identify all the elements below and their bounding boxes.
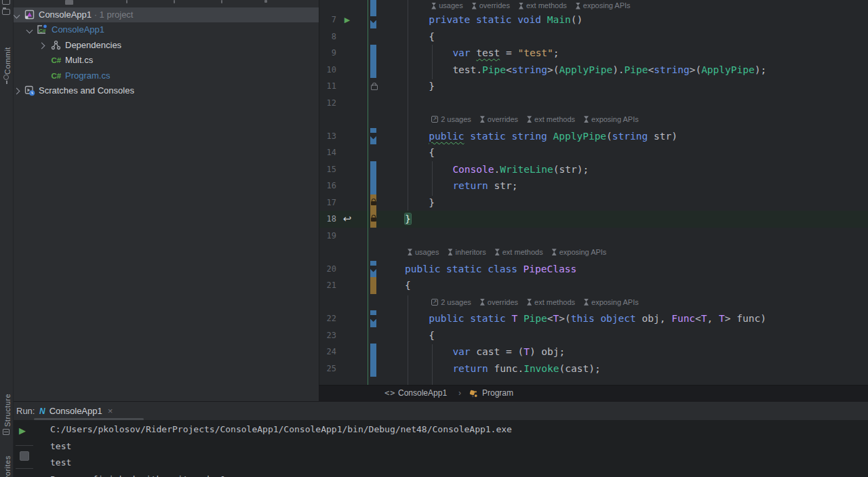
tool-window-commit[interactable]: Commit xyxy=(1,34,12,75)
project-tree-row-mult-cs[interactable]: C#Mult.cs xyxy=(13,53,319,68)
project-tree-row-program-cs[interactable]: C#Program.cs xyxy=(13,68,319,83)
code-line[interactable]: 8{ xyxy=(319,28,868,45)
toolbar-fragment-icon[interactable] xyxy=(264,0,267,3)
stop-button[interactable] xyxy=(20,451,29,461)
code-line[interactable]: 10test.Pipe<string>(ApplyPipe).Pipe<stri… xyxy=(319,62,868,79)
code-lens-item[interactable]: ext methods xyxy=(527,294,575,311)
console-output-line: test xyxy=(50,455,71,472)
code-lens-item[interactable]: ext methods xyxy=(495,244,543,261)
structure-icon[interactable] xyxy=(3,429,9,435)
code-lens-item[interactable]: ext methods xyxy=(527,111,575,128)
tree-item-label: Program.cs xyxy=(65,70,110,81)
code-editor[interactable]: usagesoverridesext methodsexposing APIs7… xyxy=(319,0,868,385)
line-number: 22 xyxy=(319,310,336,327)
breadcrumb-project[interactable]: ConsoleApp1 xyxy=(398,388,447,398)
code-line[interactable]: 16return str; xyxy=(319,178,868,194)
code-line[interactable]: 14{ xyxy=(319,144,868,161)
left-tool-stripe: Commit Structure Favorites xyxy=(0,0,14,477)
clipboard-icon[interactable] xyxy=(2,0,10,5)
code-line[interactable]: 11} xyxy=(319,78,868,95)
tool-window-favorites[interactable]: Favorites xyxy=(1,442,12,477)
code-line[interactable]: 13public static string ApplyPipe(string … xyxy=(319,128,868,145)
code-line[interactable]: 17} xyxy=(319,194,868,211)
close-icon[interactable]: × xyxy=(108,406,113,416)
code-line[interactable]: 25return func.Invoke(cast); xyxy=(319,360,868,377)
run-line-icon[interactable]: ▶ xyxy=(340,12,354,28)
code-lens-label: exposing APIs xyxy=(583,0,631,12)
undo-icon[interactable]: ↩ xyxy=(340,211,354,228)
tree-item-label: ConsoleApp1 · 1 project xyxy=(39,9,133,20)
code-line[interactable]: 21{ xyxy=(319,277,868,294)
code-lens-row: usagesoverridesext methodsexposing APIs xyxy=(319,0,868,12)
change-marker[interactable] xyxy=(370,62,376,79)
code-lens-item[interactable]: usages xyxy=(431,0,462,12)
toolbar-fragment-icon[interactable] xyxy=(126,0,127,3)
hourglass-icon xyxy=(527,116,532,123)
code-lens-label: usages xyxy=(415,244,439,261)
chevron-right-icon[interactable] xyxy=(39,42,45,49)
line-number: 11 xyxy=(319,78,336,95)
change-marker[interactable] xyxy=(370,277,376,294)
code-lens-item[interactable]: overrides xyxy=(472,0,510,12)
code-lens-label: overrides xyxy=(488,294,518,311)
code-lens-item[interactable]: exposing APIs xyxy=(576,0,631,12)
project-folder-icon[interactable] xyxy=(2,9,10,15)
chevron-down-icon[interactable] xyxy=(26,27,33,34)
chevron-down-icon[interactable] xyxy=(14,12,20,19)
line-number: 9 xyxy=(319,45,336,62)
change-marker[interactable] xyxy=(370,360,376,377)
toolbar-fragment-icon[interactable] xyxy=(174,0,175,3)
change-marker[interactable] xyxy=(370,161,376,178)
hourglass-icon xyxy=(431,3,436,9)
tree-item-label: ConsoleApp1 xyxy=(52,24,104,35)
usages-icon: ↗ xyxy=(431,299,438,306)
change-marker[interactable] xyxy=(370,45,376,62)
code-lens-label: exposing APIs xyxy=(591,111,639,128)
code-lens-item[interactable]: ↗2 usages xyxy=(431,294,471,311)
line-number: 21 xyxy=(319,277,336,294)
code-lens-item[interactable]: exposing APIs xyxy=(584,294,639,311)
breadcrumb-class[interactable]: Program xyxy=(482,388,513,398)
code-line[interactable]: 23{ xyxy=(319,327,868,344)
code-lens-item[interactable]: exposing APIs xyxy=(584,111,639,128)
project-tree-row-consoleapp1[interactable]: ConsoleApp1 · 1 project xyxy=(13,7,319,22)
code-line[interactable]: 9var test = "test"; xyxy=(319,45,868,62)
project-tree-row-consoleapp1[interactable]: C#ConsoleApp1 xyxy=(13,22,319,37)
code-text: { xyxy=(405,277,411,294)
code-lens-item[interactable]: ↗2 usages xyxy=(431,111,471,128)
code-line[interactable]: 12 xyxy=(319,95,868,112)
code-lens-item[interactable]: ext methods xyxy=(519,0,567,12)
code-line[interactable]: 18↩} xyxy=(319,211,868,228)
run-console[interactable]: ▶ C:/Users/pkolosov/RiderProjects/Consol… xyxy=(13,420,868,477)
toolbar-fragment-icon[interactable] xyxy=(65,0,73,5)
toolbar-fragment-icon[interactable] xyxy=(221,0,222,3)
project-tree-row-scratches-and-consoles[interactable]: Scratches and Consoles xyxy=(13,83,319,98)
project-tree-row-dependencies[interactable]: Dependencies xyxy=(13,38,319,53)
code-line[interactable]: 19 xyxy=(319,228,868,245)
line-number: 7 xyxy=(319,12,336,28)
code-lens-item[interactable]: usages xyxy=(408,244,439,261)
change-marker[interactable] xyxy=(370,344,376,360)
code-line[interactable]: 24var cast = (T) obj; xyxy=(319,344,868,360)
rerun-button[interactable]: ▶ xyxy=(19,426,26,436)
tool-window-structure[interactable]: Structure xyxy=(1,385,12,427)
run-tab-consoleapp1[interactable]: N ConsoleApp1 × xyxy=(34,402,118,420)
code-line[interactable]: 20public static class PipeClass xyxy=(319,261,868,278)
code-text: } xyxy=(405,211,411,228)
code-lens-item[interactable]: exposing APIs xyxy=(552,244,607,261)
commit-icon[interactable] xyxy=(3,75,9,80)
chevron-right-icon[interactable] xyxy=(14,88,20,95)
change-marker[interactable] xyxy=(370,178,376,194)
code-lens-item[interactable]: overrides xyxy=(480,111,518,128)
hourglass-icon xyxy=(448,249,452,255)
code-lens-item[interactable]: inheritors xyxy=(448,244,486,261)
code-line[interactable]: 15Console.WriteLine(str); xyxy=(319,161,868,178)
code-line[interactable]: 22public static T Pipe<T>(this object ob… xyxy=(319,310,868,327)
code-text: { xyxy=(429,144,435,161)
code-lens: usagesoverridesext methodsexposing APIs xyxy=(431,0,639,12)
code-line[interactable]: 7▶private static void Main() xyxy=(319,12,868,28)
code-lens-item[interactable]: overrides xyxy=(480,294,518,311)
line-number: 23 xyxy=(319,327,336,344)
solution-icon xyxy=(24,9,35,20)
hourglass-icon xyxy=(584,299,589,306)
